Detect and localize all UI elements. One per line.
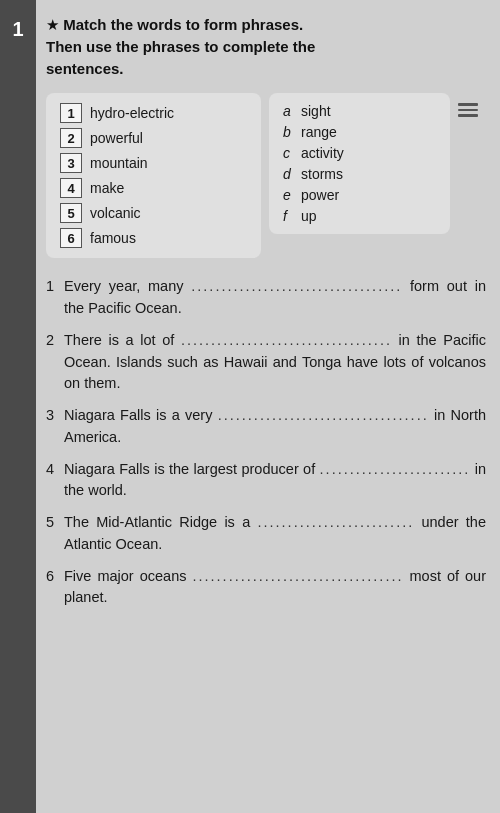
sentence-num-3: 3 [46,405,64,449]
hamburger-menu-icon[interactable] [458,103,478,117]
right-word-f: up [301,208,317,224]
right-word-row-c: c activity [283,145,436,161]
sentence-item-2: 2 There is a lot of ....................… [46,330,486,395]
right-word-row-a: a sight [283,103,436,119]
left-word-1: hydro-electric [90,105,174,121]
right-word-d: storms [301,166,343,182]
menu-line-3 [458,114,478,117]
left-word-row-5: 5 volcanic [60,203,247,223]
sentence-text-1: Every year, many .......................… [64,276,486,320]
num-box-6: 6 [60,228,82,248]
sentence-text-2: There is a lot of ......................… [64,330,486,395]
left-word-row-3: 3 mountain [60,153,247,173]
sentence-item-3: 3 Niagara Falls is a very ..............… [46,405,486,449]
letter-c: c [283,145,301,161]
instruction-bold-line1: Match the words to form phrases. [59,16,303,33]
left-word-row-1: 1 hydro-electric [60,103,247,123]
exercise-number-column: 1 [0,0,36,813]
menu-line-2 [458,109,478,112]
dots-5: .......................... [257,514,414,530]
star-icon: ★ [46,16,59,33]
sentence-num-1: 1 [46,276,64,320]
sentence-num-4: 4 [46,459,64,503]
left-word-row-6: 6 famous [60,228,247,248]
dots-6: ................................... [192,568,403,584]
sentence-num-5: 5 [46,512,64,556]
sentence-text-3: Niagara Falls is a very ................… [64,405,486,449]
right-word-c: activity [301,145,344,161]
left-word-6: famous [90,230,136,246]
left-word-4: make [90,180,124,196]
left-word-5: volcanic [90,205,141,221]
left-word-row-4: 4 make [60,178,247,198]
sentences-section: 1 Every year, many .....................… [46,276,486,609]
sentence-text-4: Niagara Falls is the largest producer of… [64,459,486,503]
sentence-item-1: 1 Every year, many .....................… [46,276,486,320]
dots-2: ................................... [181,332,392,348]
right-word-e: power [301,187,339,203]
dots-3: ................................... [218,407,429,423]
right-word-column: a sight b range c activity d storms e [269,93,450,234]
instruction-bold-line3: sentences. [46,60,124,77]
menu-line-1 [458,103,478,106]
letter-d: d [283,166,301,182]
letter-b: b [283,124,301,140]
menu-icon-container[interactable] [458,93,486,117]
right-word-row-f: f up [283,208,436,224]
left-word-2: powerful [90,130,143,146]
instruction-text: ★ Match the words to form phrases. Then … [46,14,486,79]
exercise-number: 1 [12,18,23,41]
sentence-text-5: The Mid-Atlantic Ridge is a ............… [64,512,486,556]
left-word-column: 1 hydro-electric 2 powerful 3 mountain 4… [46,93,261,258]
instruction-bold-line2: Then use the phrases to complete the [46,38,315,55]
sentence-num-6: 6 [46,566,64,610]
num-box-5: 5 [60,203,82,223]
sentence-item-4: 4 Niagara Falls is the largest producer … [46,459,486,503]
sentence-num-2: 2 [46,330,64,395]
num-box-3: 3 [60,153,82,173]
right-word-row-e: e power [283,187,436,203]
num-box-2: 2 [60,128,82,148]
num-box-1: 1 [60,103,82,123]
left-word-row-2: 2 powerful [60,128,247,148]
right-word-a: sight [301,103,331,119]
right-word-row-d: d storms [283,166,436,182]
left-word-3: mountain [90,155,148,171]
dots-4: ......................... [320,461,471,477]
num-box-4: 4 [60,178,82,198]
sentence-text-6: Five major oceans ......................… [64,566,486,610]
right-word-row-b: b range [283,124,436,140]
letter-f: f [283,208,301,224]
letter-e: e [283,187,301,203]
right-word-b: range [301,124,337,140]
sentence-item-6: 6 Five major oceans ....................… [46,566,486,610]
content-area: ★ Match the words to form phrases. Then … [36,0,500,813]
dots-1: ................................... [191,278,402,294]
sentence-item-5: 5 The Mid-Atlantic Ridge is a ..........… [46,512,486,556]
letter-a: a [283,103,301,119]
